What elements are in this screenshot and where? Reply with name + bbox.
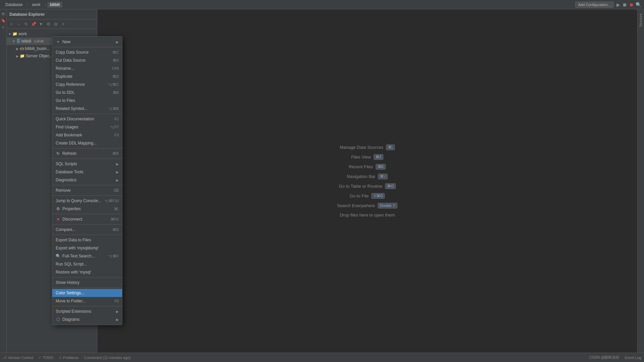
menu-item-create-ddl-mapping[interactable]: Create DDL Mapping...: [52, 139, 122, 147]
shortcut-find-usages: ⌥F7: [110, 125, 119, 129]
menu-label-sql-scripts: SQL Scripts: [56, 162, 113, 166]
menu-item-restore-mysql[interactable]: Restore with 'mysql': [52, 268, 122, 276]
menu-item-sql-scripts[interactable]: SQL Scripts ▶: [52, 160, 122, 168]
sidebar-db-icon[interactable]: ⊞: [0, 11, 6, 17]
menu-item-diagnostics[interactable]: Diagnostics ▶: [52, 176, 122, 184]
menu-item-find-usages[interactable]: Find Usages ⌥F7: [52, 123, 122, 131]
menu-item-compare[interactable]: Compare... ⌘D: [52, 226, 122, 234]
menu-label-diagnostics: Diagnostics: [56, 178, 113, 182]
folder-icon: 📁: [12, 32, 17, 36]
add-configuration-button[interactable]: Add Configuration...: [575, 2, 614, 8]
tab-database[interactable]: Database: [3, 2, 25, 8]
menu-label-add-bookmark: Add Bookmark: [56, 133, 112, 137]
remove-datasource-button[interactable]: −: [15, 21, 22, 27]
shortcut-full-text: ⌥⌘F: [108, 254, 119, 258]
filter-toolbar-button[interactable]: ▼: [38, 21, 44, 27]
stop-icon[interactable]: ⏹: [622, 2, 627, 7]
menu-item-related-symbol[interactable]: Related Symbol... ⌥⌘B: [52, 105, 122, 113]
menu-item-add-bookmark[interactable]: Add Bookmark F3: [52, 131, 122, 139]
hint-goto-table: Go to Table or Routine ⌘O: [339, 183, 395, 189]
run-icon[interactable]: ▶: [616, 2, 620, 7]
menu-item-properties[interactable]: ⚙ Properties ⌘;: [52, 205, 122, 213]
refresh-toolbar-button[interactable]: ↻: [23, 21, 30, 27]
menu-item-run-sql-script[interactable]: Run SQL Script...: [52, 260, 122, 268]
event-log-label[interactable]: Event Log: [625, 356, 641, 360]
menu-label-restore-mysql: Restore with 'mysql': [56, 270, 119, 275]
menu-label-go-ddl: Go to DDL: [56, 90, 111, 95]
hint-manage-datasources: Manage Data Sources ⌘;: [340, 144, 394, 150]
menu-item-new[interactable]: + New ▶: [52, 38, 122, 46]
record-icon[interactable]: ⏺: [629, 2, 634, 7]
main-content: Manage Data Sources ⌘; Files View ⌘2 Rec…: [97, 9, 637, 353]
menu-label-run-sql: Run SQL Script...: [56, 262, 119, 266]
separator-9: [52, 235, 122, 235]
db-panel-title: Database Explorer: [9, 12, 45, 17]
menu-label-refresh: Refresh: [62, 151, 110, 156]
menu-item-refresh[interactable]: ↻ Refresh ⌘R: [52, 149, 122, 158]
menu-item-show-history[interactable]: Show History: [52, 279, 122, 287]
shortcut-go-ddl: ⌘B: [113, 90, 119, 95]
tab-work[interactable]: work: [29, 2, 43, 8]
menu-label-properties: Properties: [62, 206, 112, 211]
separator-4: [52, 159, 122, 159]
scripted-ext-arrow: ▶: [116, 310, 119, 313]
menu-item-copy-datasource[interactable]: Copy Data Source ⌘C: [52, 48, 122, 56]
shortcut-quick-doc: F1: [114, 117, 119, 121]
search-everywhere-icon[interactable]: 🔍: [636, 2, 641, 7]
menu-item-export-data[interactable]: Export Data to Files: [52, 236, 122, 244]
status-todo[interactable]: ✓ TODO: [39, 356, 53, 360]
menu-item-go-to-ddl[interactable]: Go to DDL ⌘B: [52, 88, 122, 97]
menu-item-cut-datasource[interactable]: Cut Data Source ⌘X: [52, 56, 122, 64]
menu-item-copy-ref[interactable]: Copy Reference ⌥⌘C: [52, 80, 122, 88]
status-bar: ⎇ Version Control ✓ TODO ⚠ Problems Conn…: [0, 353, 644, 362]
hint-recent-files: Recent Files ⌘E: [349, 164, 386, 170]
status-version-control[interactable]: ⎇ Version Control: [3, 356, 33, 360]
db-explorer-panel: Database Explorer + − ↻ 📌 ▼ ⚙ ⊟ × ▼ 📁 wo…: [7, 9, 97, 353]
bilibili-badge: 1 of 45: [33, 40, 45, 43]
menu-label-full-text-search: Full-Text Search...: [62, 254, 106, 258]
menu-item-disconnect[interactable]: ■ Disconnect ⌘F2: [52, 215, 122, 223]
shortcut-disconnect: ⌘F2: [111, 217, 119, 222]
separator-6: [52, 195, 122, 196]
menu-item-jump-console[interactable]: Jump to Query Console... ⌥⌘F10: [52, 197, 122, 205]
shortcut-properties: ⌘;: [114, 207, 119, 211]
menu-item-diagrams[interactable]: ⬡ Diagrams ▶: [52, 315, 122, 323]
left-sidebar: ⊞ 🔖 ≡: [0, 9, 7, 353]
menu-item-database-tools[interactable]: Database Tools ▶: [52, 168, 122, 176]
menu-label-db-tools: Database Tools: [56, 170, 113, 174]
menu-label-duplicate: Duplicate: [56, 74, 110, 79]
structure-label[interactable]: Structure: [639, 11, 643, 30]
menu-item-quick-doc[interactable]: Quick Documentation F1: [52, 115, 122, 123]
tab-bilibili[interactable]: bilibili: [47, 2, 62, 8]
menu-item-full-text-search[interactable]: 🔍 Full-Text Search... ⌥⌘F: [52, 252, 122, 260]
add-datasource-button[interactable]: +: [8, 21, 15, 27]
status-right: CSDN @眼眸流转 Event Log: [589, 355, 641, 360]
diagrams-icon: ⬡: [56, 317, 60, 322]
menu-label-copy-ref: Copy Reference: [56, 82, 106, 87]
menu-item-move-to-folder[interactable]: Move to Folder... F6: [52, 297, 122, 305]
menu-item-rename[interactable]: Rename... ⇧F6: [52, 64, 122, 72]
shortcut-related: ⌥⌘B: [108, 107, 119, 111]
menu-label-create-ddl: Create DDL Mapping...: [56, 141, 119, 145]
menu-item-color-settings[interactable]: Color Settings...: [52, 289, 122, 297]
db-panel-header: Database Explorer: [7, 9, 97, 19]
tree-label-work: work: [18, 32, 27, 36]
sidebar-bookmark-icon[interactable]: 🔖: [0, 17, 6, 23]
settings-toolbar-button[interactable]: ⚙: [45, 21, 52, 27]
menu-item-remove[interactable]: Remove ⌫: [52, 186, 122, 194]
shortcut-jump-console: ⌥⌘F10: [104, 199, 119, 203]
status-problems[interactable]: ⚠ Problems: [59, 356, 78, 360]
close-panel-button[interactable]: ×: [60, 21, 66, 27]
menu-item-scripted-ext[interactable]: Scripted Extensions ▶: [52, 307, 122, 315]
menu-item-duplicate[interactable]: Duplicate ⌘D: [52, 72, 122, 80]
diagnostics-arrow: ▶: [116, 178, 119, 182]
menu-item-go-to-files[interactable]: Go to Files: [52, 97, 122, 105]
layout-toolbar-button[interactable]: ⊟: [52, 21, 59, 27]
sidebar-structure-icon[interactable]: ≡: [0, 24, 6, 30]
pin-toolbar-button[interactable]: 📌: [30, 21, 37, 27]
server-folder-icon: 📁: [20, 54, 25, 58]
hint-drop-files: Drop files here to open them: [340, 213, 395, 218]
db-tools-arrow: ▶: [116, 170, 119, 174]
menu-label-export-data: Export Data to Files: [56, 238, 119, 242]
menu-item-export-mysqldump[interactable]: Export with 'mysqldump': [52, 244, 122, 252]
